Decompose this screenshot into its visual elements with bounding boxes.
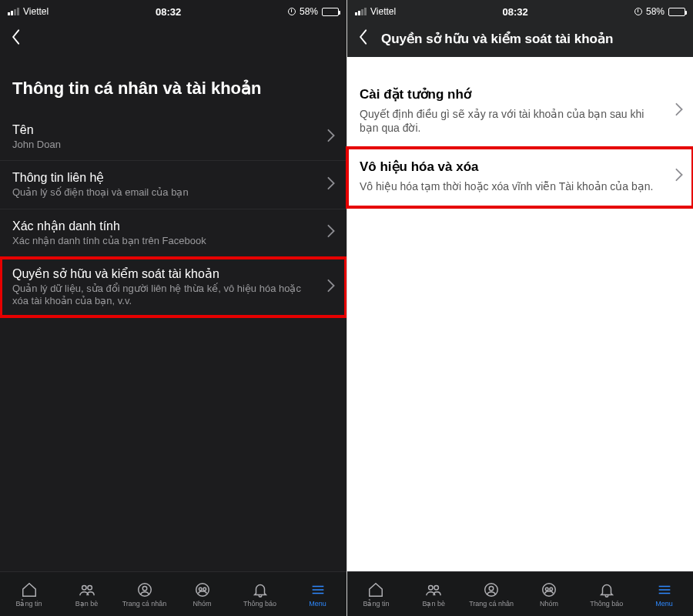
svg-point-11 (543, 583, 556, 596)
back-button[interactable] (357, 28, 370, 49)
back-button[interactable] (9, 28, 23, 49)
svg-point-3 (142, 586, 147, 591)
row-account-ownership[interactable]: Quyền sở hữu và kiểm soát tài khoản Quản… (0, 257, 346, 318)
page-title: Thông tin cá nhân và tài khoản (0, 57, 346, 114)
bell-icon (252, 581, 269, 598)
nav-profile[interactable]: Trang cá nhân (116, 572, 173, 616)
nav-newsfeed[interactable]: Bảng tin (347, 572, 405, 616)
nav-label: Bảng tin (363, 600, 389, 608)
svg-point-8 (434, 585, 439, 590)
status-left: Viettel (8, 6, 49, 17)
status-bar: Viettel 08:32 58% (0, 0, 346, 23)
screen-personal-info: Viettel 08:32 58% Thông tin cá nhân và t… (0, 0, 346, 616)
menu-icon (310, 581, 326, 598)
chevron-right-icon (675, 102, 684, 119)
nav-groups[interactable]: Nhóm (173, 572, 231, 616)
nav-label: Trang cá nhân (469, 600, 514, 608)
profile-icon (136, 581, 153, 598)
nav-title: Quyền sở hữu và kiểm soát tài khoản (381, 31, 613, 47)
battery-icon (322, 8, 339, 16)
bell-icon (598, 581, 615, 598)
svg-point-10 (489, 586, 494, 591)
row-memorialization[interactable]: Cài đặt tưởng nhớ Quyết định điều gì sẽ … (347, 75, 693, 148)
nav-label: Bạn bè (75, 600, 99, 608)
battery-pct-label: 58% (646, 6, 665, 17)
nav-label: Bảng tin (15, 600, 42, 608)
nav-label: Bạn bè (422, 600, 445, 608)
nav-profile[interactable]: Trang cá nhân (463, 572, 521, 616)
svg-point-5 (199, 588, 202, 591)
nav-label: Thông báo (243, 600, 276, 608)
carrier-label: Viettel (23, 6, 49, 17)
profile-icon (483, 581, 500, 598)
row-label: Thông tin liên hệ (12, 170, 189, 185)
row-label: Vô hiệu hóa và xóa (360, 159, 653, 175)
svg-point-7 (429, 585, 434, 590)
nav-label: Nhóm (192, 600, 211, 608)
chevron-right-icon (326, 176, 336, 193)
row-label: Tên (12, 123, 61, 137)
chevron-right-icon (326, 129, 336, 146)
clock-label: 08:32 (502, 6, 527, 18)
content-area: Cài đặt tưởng nhớ Quyết định điều gì sẽ … (347, 57, 693, 571)
status-left: Viettel (355, 6, 396, 17)
chevron-right-icon (675, 168, 684, 185)
row-sub: Quản lý số điện thoại và email của bạn (12, 186, 189, 199)
nav-notifications[interactable]: Thông báo (231, 572, 289, 616)
nav-menu[interactable]: Menu (289, 572, 346, 616)
nav-friends[interactable]: Bạn bè (405, 572, 463, 616)
alarm-icon (634, 8, 642, 15)
signal-icon (8, 8, 19, 15)
row-identity-confirm[interactable]: Xác nhận danh tính Xác nhận danh tính củ… (0, 209, 346, 257)
svg-point-0 (82, 585, 86, 590)
screen-account-ownership: Viettel 08:32 58% Quyền sở hữu và kiểm s… (346, 0, 693, 616)
bottom-nav: Bảng tin Bạn bè Trang cá nhân Nhóm Thông… (0, 571, 346, 616)
nav-label: Trang cá nhân (122, 600, 167, 608)
svg-point-12 (545, 588, 548, 591)
svg-point-1 (87, 585, 92, 590)
nav-label: Menu (309, 600, 326, 608)
groups-icon (541, 581, 557, 598)
row-label: Xác nhận danh tính (12, 219, 206, 233)
menu-icon (656, 581, 673, 598)
row-deactivate-delete[interactable]: Vô hiệu hóa và xóa Vô hiệu hóa tạm thời … (347, 148, 693, 206)
spacer (0, 317, 346, 571)
nav-groups[interactable]: Nhóm (520, 572, 578, 616)
carrier-label: Viettel (370, 6, 396, 17)
signal-icon (355, 8, 367, 15)
nav-header: Quyền sở hữu và kiểm soát tài khoản (347, 23, 693, 57)
chevron-right-icon (326, 279, 336, 296)
row-sub: Vô hiệu hóa tạm thời hoặc xóa vĩnh viễn … (360, 179, 653, 193)
chevron-right-icon (326, 224, 336, 241)
nav-newsfeed[interactable]: Bảng tin (0, 572, 58, 616)
friends-icon (425, 581, 442, 598)
svg-point-6 (203, 588, 206, 591)
row-sub: Xác nhận danh tính của bạn trên Facebook (12, 235, 206, 247)
battery-icon (668, 8, 685, 16)
alarm-icon (288, 8, 296, 15)
nav-notifications[interactable]: Thông báo (578, 572, 635, 616)
home-icon (367, 581, 384, 598)
nav-label: Thông báo (590, 600, 623, 608)
status-right: 58% (288, 6, 339, 17)
row-sub: Quyết định điều gì sẽ xảy ra với tài kho… (360, 107, 664, 135)
svg-point-13 (550, 588, 553, 591)
bottom-nav: Bảng tin Bạn bè Trang cá nhân Nhóm Thông… (347, 571, 693, 616)
status-bar: Viettel 08:32 58% (347, 0, 693, 23)
nav-friends[interactable]: Bạn bè (58, 572, 116, 616)
row-sub: Quản lý dữ liệu, sửa đổi người liên hệ t… (12, 283, 313, 308)
row-label: Cài đặt tưởng nhớ (360, 86, 664, 102)
battery-pct-label: 58% (300, 6, 318, 17)
row-contact-info[interactable]: Thông tin liên hệ Quản lý số điện thoại … (0, 161, 346, 209)
nav-menu[interactable]: Menu (635, 572, 693, 616)
nav-label: Nhóm (540, 600, 558, 608)
nav-header (0, 23, 346, 57)
row-label: Quyền sở hữu và kiểm soát tài khoản (12, 266, 313, 281)
status-right: 58% (634, 6, 685, 17)
friends-icon (79, 581, 95, 598)
home-icon (21, 581, 38, 598)
clock-label: 08:32 (156, 6, 181, 18)
svg-point-4 (196, 583, 209, 596)
row-name[interactable]: Tên John Doan (0, 114, 346, 161)
row-sub: John Doan (12, 139, 61, 151)
